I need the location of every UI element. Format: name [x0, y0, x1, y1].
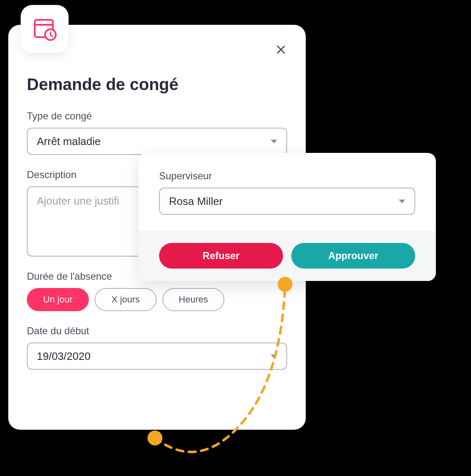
supervisor-value: Rosa Miller [169, 195, 223, 208]
chevron-down-icon [271, 140, 277, 143]
supervisor-top: Superviseur Rosa Miller [138, 153, 436, 231]
duration-one-day-pill[interactable]: Un jour [27, 288, 89, 311]
start-date-value: 19/03/2020 [37, 350, 90, 363]
connector-dot-end [278, 277, 293, 292]
calendar-clock-badge [21, 5, 69, 53]
start-date-field: Date du début 19/03/2020 [27, 325, 287, 370]
connector-dot-start [147, 431, 162, 445]
start-date-select[interactable]: 19/03/2020 [27, 343, 287, 370]
close-button[interactable] [273, 41, 289, 58]
modal-title: Demande de congé [27, 75, 287, 94]
close-icon [275, 44, 287, 55]
refuse-button[interactable]: Refuser [159, 243, 283, 269]
start-date-label: Date du début [27, 325, 287, 337]
calendar-clock-icon [31, 16, 58, 42]
duration-x-days-pill[interactable]: X jours [95, 288, 157, 311]
leave-type-select[interactable]: Arrêt maladie [27, 128, 287, 155]
leave-type-value: Arrêt maladie [37, 135, 101, 148]
chevron-down-icon [271, 355, 277, 358]
duration-hours-pill[interactable]: Heures [162, 288, 224, 311]
supervisor-label: Superviseur [159, 170, 415, 182]
description-placeholder: Ajouter une justifi [37, 195, 119, 207]
approve-button[interactable]: Approuver [291, 243, 415, 269]
leave-type-label: Type de congé [27, 110, 287, 122]
supervisor-panel: Superviseur Rosa Miller Refuser Approuve… [138, 153, 436, 281]
chevron-down-icon [399, 200, 405, 203]
supervisor-actions: Refuser Approuver [138, 231, 436, 281]
duration-pill-group: Un jour X jours Heures [27, 288, 287, 311]
leave-type-field: Type de congé Arrêt maladie [27, 110, 287, 155]
supervisor-select[interactable]: Rosa Miller [159, 188, 415, 215]
